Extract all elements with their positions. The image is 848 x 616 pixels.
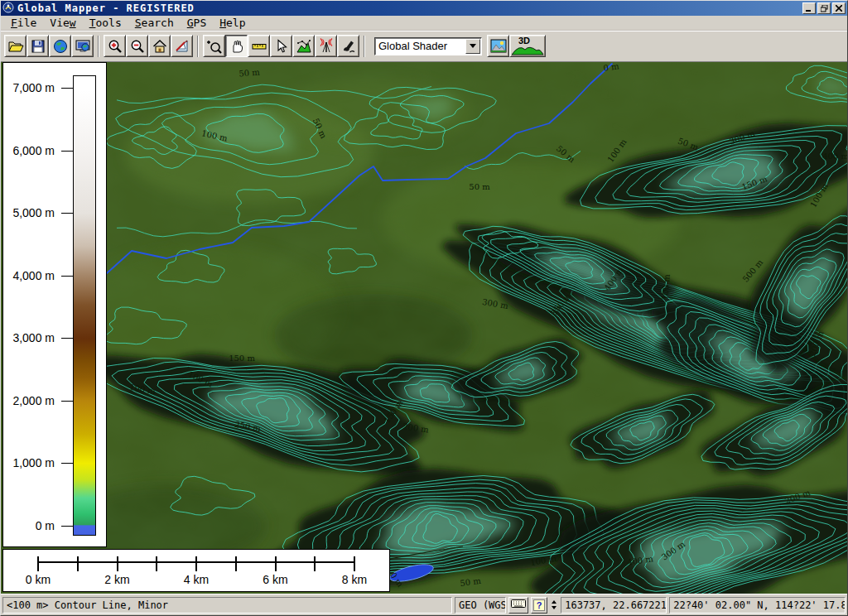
show-images-button[interactable] bbox=[487, 35, 509, 57]
menu-help[interactable]: Help bbox=[213, 16, 252, 30]
scale-bar-tick bbox=[117, 556, 118, 571]
pan-tool-button[interactable] bbox=[225, 35, 248, 57]
full-view-button[interactable] bbox=[148, 35, 171, 57]
menu-gps[interactable]: GPS bbox=[181, 16, 213, 30]
gps-tracking-button[interactable] bbox=[315, 35, 337, 57]
save-icon bbox=[30, 38, 46, 55]
legend-tick-label: 3,000 m bbox=[1, 331, 55, 344]
3d-view-button[interactable]: 3D bbox=[509, 35, 546, 57]
scale-bar-tick bbox=[314, 556, 316, 571]
legend-tick bbox=[61, 276, 73, 277]
measure-tool-button[interactable] bbox=[248, 35, 270, 57]
toolbar: Global Shader 3D bbox=[1, 31, 847, 62]
world-layers-button[interactable] bbox=[49, 35, 71, 57]
save-button[interactable] bbox=[26, 35, 49, 57]
scale-bar: 0 km2 km4 km6 km8 km bbox=[2, 549, 390, 592]
legend-tick-label: 6,000 m bbox=[1, 144, 55, 157]
digitizer-pen-icon bbox=[340, 38, 357, 55]
zoom-out-button[interactable] bbox=[126, 35, 148, 57]
zoom-tool-button[interactable] bbox=[203, 35, 225, 57]
legend-tick bbox=[61, 463, 73, 464]
menu-bar: File View Tools Search GPS Help bbox=[1, 16, 847, 31]
toolbar-separator bbox=[98, 36, 99, 57]
app-window: Global Mapper - REGISTERED File View Too… bbox=[0, 0, 848, 616]
legend-tick bbox=[61, 88, 73, 89]
feature-info-button[interactable] bbox=[270, 35, 292, 57]
legend-tick bbox=[61, 338, 73, 339]
zoom-tool-icon bbox=[206, 38, 223, 55]
spinner-up-icon[interactable] bbox=[552, 600, 556, 604]
shader-select-value: Global Shader bbox=[375, 40, 465, 52]
pan-hand-icon bbox=[229, 38, 245, 55]
keyboard-icon bbox=[511, 599, 526, 611]
image-swatch-icon bbox=[489, 37, 508, 55]
full-view-icon bbox=[152, 38, 168, 55]
measure-triangle-button[interactable] bbox=[171, 35, 193, 57]
title-bar: Global Mapper - REGISTERED bbox=[1, 1, 847, 16]
menu-tools[interactable]: Tools bbox=[83, 16, 128, 30]
world-icon bbox=[52, 38, 69, 55]
toolbar-separator bbox=[197, 36, 199, 57]
toolbar-separator bbox=[364, 36, 365, 57]
legend-tick bbox=[61, 151, 73, 152]
chevron-down-icon[interactable] bbox=[465, 39, 480, 54]
scale-bar-label: 2 km bbox=[104, 573, 129, 586]
open-file-button[interactable] bbox=[4, 35, 26, 57]
help-icon: ? bbox=[533, 599, 545, 611]
map-viewport[interactable] bbox=[1, 62, 847, 594]
scale-bar-label: 8 km bbox=[342, 573, 367, 586]
elevation-gradient-bar bbox=[73, 75, 96, 536]
status-projection: GEO (WGS84 bbox=[455, 597, 506, 614]
overlay-control-center-button[interactable] bbox=[71, 35, 94, 57]
elevation-legend: 7,000 m6,000 m5,000 m4,000 m3,000 m2,000… bbox=[2, 62, 107, 547]
gps-icon bbox=[318, 38, 335, 55]
position-format-spinner[interactable] bbox=[550, 597, 558, 614]
pointer-icon bbox=[273, 38, 290, 55]
help-button[interactable]: ? bbox=[531, 597, 547, 614]
scale-bar-tick bbox=[235, 556, 237, 571]
zoom-in-button[interactable] bbox=[104, 35, 126, 57]
status-feature-info: <100 m> Contour Line, Minor bbox=[2, 597, 452, 614]
scale-bar-tick bbox=[354, 556, 355, 571]
scale-bar-tick bbox=[77, 556, 79, 571]
digitizer-button[interactable] bbox=[337, 35, 359, 57]
menu-file[interactable]: File bbox=[4, 16, 43, 30]
legend-tick bbox=[61, 213, 73, 214]
keyboard-button[interactable] bbox=[508, 597, 528, 614]
restore-button[interactable] bbox=[817, 2, 831, 14]
close-icon[interactable] bbox=[832, 2, 846, 14]
zoom-in-icon bbox=[107, 38, 123, 55]
legend-tick-label: 0 m bbox=[1, 519, 55, 532]
window-title: Global Mapper - REGISTERED bbox=[17, 2, 802, 14]
path-profile-button[interactable] bbox=[292, 35, 315, 57]
legend-tick bbox=[61, 401, 73, 402]
shader-select[interactable]: Global Shader bbox=[374, 37, 482, 55]
scale-bar-label: 0 km bbox=[26, 573, 51, 586]
status-cursor-xy: 163737, 22.66722137 ) bbox=[561, 597, 667, 614]
zoom-out-icon bbox=[129, 38, 146, 55]
path-profile-icon bbox=[296, 38, 312, 55]
scale-bar-tick bbox=[37, 556, 39, 571]
open-file-icon bbox=[7, 38, 24, 55]
scale-bar-label: 4 km bbox=[184, 573, 209, 586]
menu-view[interactable]: View bbox=[43, 16, 82, 30]
legend-tick-label: 2,000 m bbox=[1, 394, 55, 407]
measure-triangle-icon bbox=[174, 38, 190, 55]
status-cursor-latlon: 22?40' 02.00" N, 114?22' 17.89" E bbox=[669, 597, 846, 614]
ruler-icon bbox=[251, 38, 267, 55]
legend-tick bbox=[61, 526, 73, 527]
scale-bar-tick bbox=[156, 556, 157, 571]
scale-bar-tick bbox=[275, 556, 277, 571]
menu-search[interactable]: Search bbox=[128, 16, 181, 30]
legend-tick-label: 4,000 m bbox=[1, 269, 55, 282]
map-area: 0 m50 m100 m50 m50 m50 m100 m50 m300 m40… bbox=[1, 62, 847, 594]
minimize-button[interactable] bbox=[802, 2, 816, 14]
app-icon bbox=[2, 1, 14, 17]
scale-bar-label: 6 km bbox=[263, 573, 287, 586]
scale-bar-tick bbox=[195, 556, 197, 571]
spinner-down-icon[interactable] bbox=[552, 606, 556, 609]
legend-tick-label: 1,000 m bbox=[1, 456, 55, 469]
overlay-control-center-icon bbox=[75, 38, 91, 55]
legend-tick-label: 5,000 m bbox=[1, 206, 55, 219]
status-bar: <100 m> Contour Line, Minor GEO (WGS84 ?… bbox=[1, 594, 847, 615]
